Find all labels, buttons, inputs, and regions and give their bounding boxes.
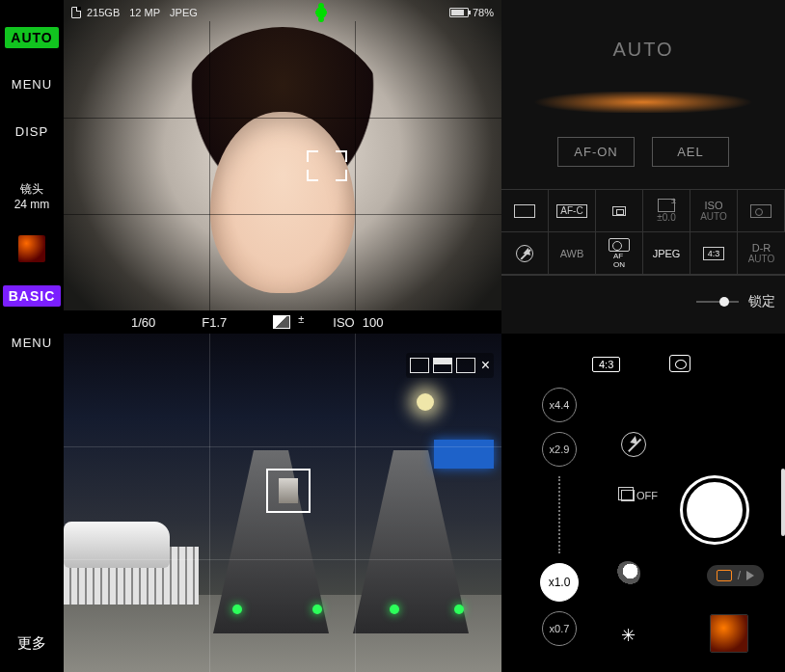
more-button[interactable]: 更多 <box>17 634 46 653</box>
menu-button-basic[interactable]: MENU <box>12 336 52 350</box>
lock-slider-row: 锁定 <box>501 293 775 310</box>
flash-tile[interactable] <box>501 232 549 275</box>
metering-tile[interactable] <box>738 190 785 232</box>
zoom-4-4-button[interactable]: x4.4 <box>542 388 577 422</box>
file-format-tile[interactable]: JPEG <box>643 232 690 275</box>
viewfinder-pro[interactable]: 215GB 12 MP JPEG 78% 1/60 F1.7 ISO 100 <box>64 0 501 334</box>
app-root: AUTO MENU DISP 镜头 24 mm BASIC MENU 更多 21… <box>0 0 785 672</box>
video-icon <box>746 571 754 580</box>
dro-tile[interactable]: D-RAUTO <box>738 232 785 275</box>
focus-mode-tile[interactable]: AF-C <box>549 190 596 232</box>
battery-percent: 78% <box>473 7 494 18</box>
sd-card-icon <box>71 7 81 18</box>
burst-icon <box>621 490 635 501</box>
lens-selector[interactable]: 镜头 24 mm <box>14 181 50 212</box>
scene-escalator <box>353 450 469 633</box>
gallery-thumbnail[interactable] <box>710 614 748 653</box>
status-bar: 215GB 12 MP JPEG 78% <box>64 4 501 21</box>
basic-mode-badge[interactable]: BASIC <box>3 285 62 307</box>
aspect-ratio-icon: 4:3 <box>703 247 725 260</box>
aspect-mode-strip: × <box>406 353 494 378</box>
lock-label: 锁定 <box>748 293 775 310</box>
camera-icon <box>717 570 732 581</box>
composition-grid <box>64 21 501 310</box>
rectangle-icon <box>514 204 535 218</box>
last-shot-thumbnail-pro[interactable] <box>18 235 45 262</box>
scene-lamp <box>417 393 434 411</box>
metering-icon <box>750 204 771 218</box>
af-c-chip: AF-C <box>556 204 586 218</box>
aspect-ratio-tile[interactable]: 4:3 <box>690 232 738 275</box>
scene-light <box>232 605 242 614</box>
macro-icon <box>313 5 329 20</box>
aspect-ratio-chip[interactable]: 4:3 <box>592 357 620 372</box>
scene-person <box>279 478 298 503</box>
zoom-selector: x4.4 x2.9 x1.0 x0.7 <box>540 388 579 646</box>
photo-video-toggle[interactable]: / <box>707 565 764 586</box>
aspect-option-icon[interactable] <box>456 358 475 373</box>
mode-title: AUTO <box>501 0 785 61</box>
exposure-comp-tile[interactable]: ±0.0 <box>643 190 690 232</box>
switch-camera-icon[interactable] <box>669 355 690 372</box>
face-af-tile[interactable]: AFON <box>596 232 643 275</box>
iso-tile[interactable]: ISOAUTO <box>690 190 738 232</box>
zoom-0-7-button[interactable]: x0.7 <box>542 611 577 646</box>
scene-sign <box>434 440 494 469</box>
viewfinder-basic[interactable]: × <box>64 334 501 672</box>
scene-light <box>454 605 464 614</box>
drive-mode-tile[interactable] <box>501 190 549 232</box>
file-format-label: JPEG <box>170 7 198 18</box>
disp-button[interactable]: DISP <box>15 124 48 139</box>
autofocus-box <box>266 469 311 513</box>
scene-light <box>312 605 322 614</box>
focus-area-tile[interactable] <box>596 190 643 232</box>
iso-value: 100 <box>363 315 384 330</box>
flash-toggle-icon[interactable] <box>621 432 646 457</box>
aspect-option-icon[interactable] <box>433 358 452 373</box>
exposure-comp-icon <box>273 315 290 329</box>
lens-focal-length: 24 mm <box>14 197 50 212</box>
lock-slider[interactable] <box>696 301 739 303</box>
ael-button[interactable]: AEL <box>652 137 729 167</box>
bokeh-button[interactable] <box>615 561 640 586</box>
aperture-value: F1.7 <box>202 315 227 330</box>
shutter-button[interactable] <box>683 478 746 542</box>
drive-mode-button[interactable]: OFF <box>621 490 658 501</box>
zoom-2-9-button[interactable]: x2.9 <box>542 432 577 467</box>
aspect-option-icon[interactable] <box>410 358 429 373</box>
battery-icon <box>449 8 469 17</box>
af-on-button[interactable]: AF-ON <box>557 137 635 167</box>
left-toolbar: AUTO MENU DISP 镜头 24 mm BASIC MENU 更多 <box>0 0 64 672</box>
slider-knob[interactable] <box>719 297 729 307</box>
toggle-separator: / <box>738 569 741 582</box>
resolution-label: 12 MP <box>129 7 160 18</box>
exposure-info-bar: 1/60 F1.7 ISO 100 <box>64 310 501 334</box>
scene-light <box>390 605 399 614</box>
focus-area-icon <box>612 206 626 216</box>
color-tone-button[interactable]: ✳ <box>615 623 640 648</box>
decorative-flare <box>501 92 785 113</box>
white-balance-tile[interactable]: AWB <box>549 232 596 275</box>
face-af-icon <box>609 238 630 252</box>
ev-icon <box>658 199 675 212</box>
flash-off-icon <box>516 245 533 262</box>
auto-mode-badge[interactable]: AUTO <box>5 27 58 48</box>
iso-label: ISO <box>333 315 354 330</box>
menu-button[interactable]: MENU <box>12 77 52 92</box>
shutter-speed-value: 1/60 <box>131 315 155 330</box>
zoom-track <box>558 476 560 553</box>
settings-grid: AF-C ±0.0 ISOAUTO AWB AFON JPEG 4:3 D-RA… <box>501 189 785 276</box>
zoom-1-0-button[interactable]: x1.0 <box>540 563 579 602</box>
lens-label: 镜头 <box>14 181 50 197</box>
scene-car <box>64 522 170 568</box>
drive-off-label: OFF <box>636 490 658 501</box>
side-sense-bar[interactable] <box>781 469 785 536</box>
basic-controls-panel: 4:3 x4.4 x2.9 x1.0 x0.7 OFF ✳ / <box>501 334 785 672</box>
pro-controls-panel: AUTO AF-ON AEL AF-C ±0.0 ISOAUTO AWB AFO… <box>501 0 785 334</box>
storage-free: 215GB <box>87 7 120 18</box>
close-icon[interactable]: × <box>481 357 490 374</box>
